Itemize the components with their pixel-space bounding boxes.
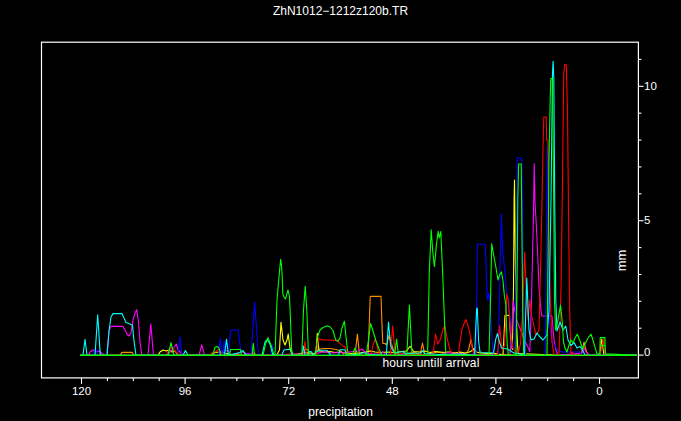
svg-text:hours untill arrival: hours untill arrival: [382, 356, 479, 370]
svg-text:48: 48: [386, 385, 399, 397]
svg-text:10: 10: [644, 80, 657, 92]
svg-text:ZhN1012−1212z120b.TR: ZhN1012−1212z120b.TR: [273, 4, 408, 18]
svg-text:72: 72: [282, 385, 295, 397]
svg-text:precipitation: precipitation: [308, 405, 373, 419]
svg-text:96: 96: [179, 385, 192, 397]
svg-text:mm: mm: [614, 250, 629, 272]
svg-text:0: 0: [644, 346, 650, 358]
svg-text:24: 24: [490, 385, 503, 397]
svg-text:120: 120: [72, 385, 91, 397]
svg-text:5: 5: [644, 214, 650, 226]
svg-text:0: 0: [596, 385, 602, 397]
